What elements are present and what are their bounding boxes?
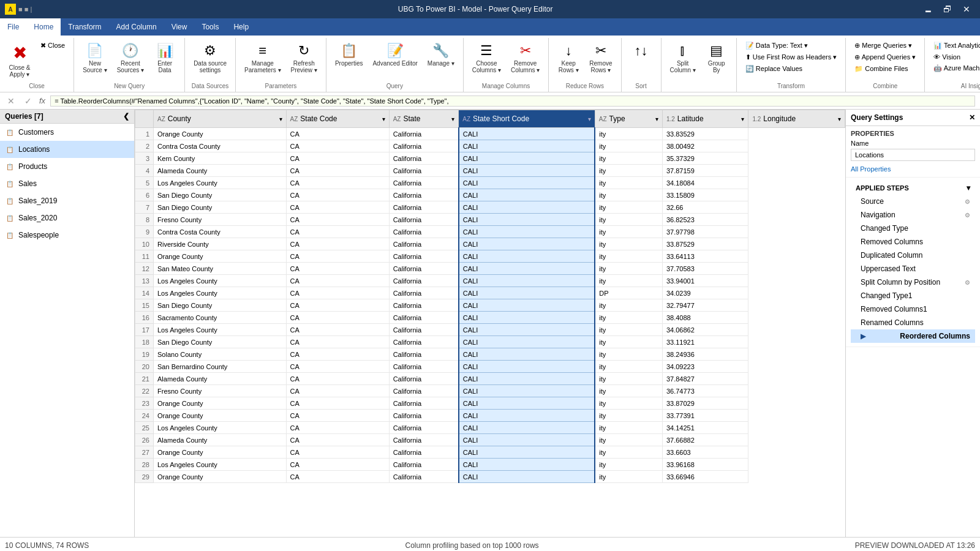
menu-item-view[interactable]: View	[164, 18, 195, 36]
formula-cancel-button[interactable]: ✕	[5, 96, 17, 106]
manage-button[interactable]: 🔧 Manage ▾	[424, 40, 458, 69]
restore-button[interactable]: 🗗	[938, 3, 957, 15]
type-cell: ity	[595, 238, 662, 250]
manage-parameters-button[interactable]: ≡ ManageParameters ▾	[241, 40, 284, 76]
step-item-removed-columns[interactable]: Removed Columns	[851, 235, 975, 249]
step-item-changed-type[interactable]: Changed Type	[851, 222, 975, 235]
query-item-customers[interactable]: 📋 Customers	[0, 124, 134, 141]
all-properties-link[interactable]: All Properties	[851, 165, 891, 173]
state-short-code-cell: CALI	[459, 201, 595, 214]
row-number: 15	[135, 299, 154, 312]
remove-columns-button[interactable]: ✂ RemoveColumns ▾	[507, 40, 543, 76]
remove-rows-button[interactable]: ✂ RemoveRows ▾	[586, 40, 616, 76]
latitude-cell: 33.83529	[662, 128, 748, 140]
table-row: 25Los Angeles CountyCACaliforniaCALIity3…	[135, 422, 845, 434]
lon-filter-btn[interactable]: ▾	[838, 116, 841, 122]
query-item-sales2019[interactable]: 📋 Sales_2019	[0, 192, 134, 209]
state-cell: California	[389, 238, 459, 250]
step-item-renamed-columns[interactable]: Renamed Columns	[851, 316, 975, 329]
query-item-sales[interactable]: 📋 Sales	[0, 175, 134, 192]
status-profiling: Column profiling based on top 1000 rows	[405, 541, 538, 550]
menu-item-transform[interactable]: Transform	[61, 18, 108, 36]
state-code-filter-btn[interactable]: ▾	[382, 116, 385, 122]
menu-item-tools[interactable]: Tools	[194, 18, 226, 36]
state-short-code-cell: CALI	[459, 250, 595, 263]
lat-filter-btn[interactable]: ▾	[741, 116, 744, 122]
use-first-row-button[interactable]: ⬆ Use First Row as Headers ▾	[742, 52, 840, 62]
latitude-cell: 33.94001	[662, 275, 748, 287]
title-bar-app-icons: A ■ ■ |	[5, 4, 32, 15]
col-header-state-short-code[interactable]: AZ State Short Code ▾	[459, 110, 595, 128]
step-item-duplicated-column[interactable]: Duplicated Column	[851, 249, 975, 262]
combine-files-button[interactable]: 📁 Combine Files	[851, 64, 919, 74]
grid-container[interactable]: AZ County ▾ AZ State Code ▾	[135, 110, 845, 537]
data-type-button[interactable]: 📝 Data Type: Text ▾	[742, 40, 840, 51]
step-label: Removed Columns1	[861, 305, 927, 313]
menu-item-add-column[interactable]: Add Column	[109, 18, 164, 36]
col-header-county[interactable]: AZ County ▾	[154, 110, 287, 128]
properties-button[interactable]: 📋 Properties	[331, 40, 367, 69]
step-item-source[interactable]: Source⚙	[851, 195, 975, 208]
vision-button[interactable]: 👁 Vision	[930, 52, 980, 62]
step-item-reordered-columns[interactable]: ▶Reordered Columns	[851, 329, 975, 343]
col-header-longitude[interactable]: 1.2 Longitude ▾	[748, 110, 845, 128]
append-queries-button[interactable]: ⊕ Append Queries ▾	[851, 52, 919, 62]
queries-collapse-icon[interactable]: ❮	[123, 112, 129, 121]
keep-rows-button[interactable]: ↓ KeepRows ▾	[554, 40, 583, 76]
step-item-navigation[interactable]: Navigation⚙	[851, 208, 975, 222]
text-analytics-button[interactable]: 📊 Text Analytics	[930, 40, 980, 51]
step-gear-icon[interactable]: ⚙	[965, 212, 970, 219]
query-item-locations[interactable]: 📋 Locations	[0, 141, 134, 158]
minimize-button[interactable]: 🗕	[919, 3, 937, 15]
step-label: Removed Columns	[861, 238, 923, 246]
manage-params-icon: ≡	[258, 43, 266, 59]
settings-close-icon[interactable]: ✕	[969, 113, 975, 122]
step-item-removed-columns1[interactable]: Removed Columns1	[851, 302, 975, 316]
formula-input[interactable]	[50, 96, 975, 107]
query-item-products[interactable]: 📋 Products	[0, 158, 134, 175]
step-gear-icon[interactable]: ⚙	[965, 198, 970, 205]
merge-queries-button[interactable]: ⊕ Merge Queries ▾	[851, 40, 919, 51]
enter-data-button[interactable]: 📊 EnterData	[150, 40, 179, 76]
recent-sources-button[interactable]: 🕐 RecentSources ▾	[113, 40, 148, 76]
new-source-button[interactable]: 📄 NewSource ▾	[79, 40, 110, 76]
refresh-preview-button[interactable]: ↻ RefreshPreview ▾	[287, 40, 321, 76]
state-filter-btn[interactable]: ▾	[451, 116, 454, 122]
new-query-group-label: New Query	[114, 83, 145, 89]
advanced-editor-button[interactable]: 📝 Advanced Editor	[369, 40, 421, 69]
title-bar-controls[interactable]: 🗕 🗗 ✕	[919, 3, 975, 15]
azure-ml-button[interactable]: 🤖 Azure Machine Learning	[930, 63, 980, 73]
menu-item-file[interactable]: File	[0, 18, 26, 36]
query-item-sales2020[interactable]: 📋 Sales_2020	[0, 209, 134, 227]
sort-asc-button[interactable]: ↑↓	[627, 40, 656, 62]
col-header-latitude[interactable]: 1.2 Latitude ▾	[662, 110, 748, 128]
replace-values-button[interactable]: 🔄 Replace Values	[742, 64, 840, 74]
short-code-filter-btn[interactable]: ▾	[588, 116, 591, 122]
datasource-settings-button[interactable]: ⚙ Data sourcesettings	[190, 40, 230, 76]
group-by-button[interactable]: ▤ GroupBy	[702, 40, 731, 76]
refresh-icon: ↻	[298, 43, 309, 59]
formula-accept-button[interactable]: ✓	[22, 96, 34, 106]
county-filter-btn[interactable]: ▾	[279, 116, 282, 122]
close-button[interactable]: ✕	[958, 3, 975, 15]
applied-steps-header[interactable]: APPLIED STEPS ▾	[851, 181, 975, 195]
split-column-button[interactable]: ⫿ SplitColumn ▾	[666, 40, 699, 76]
step-label: Changed Type	[861, 224, 908, 233]
col-header-state[interactable]: AZ State ▾	[389, 110, 459, 128]
menu-item-home[interactable]: Home	[26, 18, 61, 36]
menu-item-help[interactable]: Help	[226, 18, 256, 36]
close-button-small[interactable]: ✖ Close	[37, 40, 69, 51]
type-filter-btn[interactable]: ▾	[655, 116, 658, 122]
query-item-salespeople[interactable]: 📋 Salespeople	[0, 227, 134, 244]
col-header-type[interactable]: AZ Type ▾	[595, 110, 662, 128]
choose-columns-button[interactable]: ☰ ChooseColumns ▾	[469, 40, 505, 76]
step-item-split-column-by-position[interactable]: Split Column by Position⚙	[851, 276, 975, 289]
col-header-state-code[interactable]: AZ State Code ▾	[286, 110, 389, 128]
step-item-uppercased-text[interactable]: Uppercased Text	[851, 262, 975, 276]
type-cell: ity	[595, 410, 662, 422]
name-input[interactable]	[851, 149, 975, 161]
step-gear-icon[interactable]: ⚙	[965, 279, 970, 286]
close-apply-button[interactable]: ✖ Close &Apply ▾	[5, 40, 34, 80]
step-item-changed-type1[interactable]: Changed Type1	[851, 289, 975, 302]
applied-steps-collapse-icon[interactable]: ▾	[967, 184, 970, 192]
